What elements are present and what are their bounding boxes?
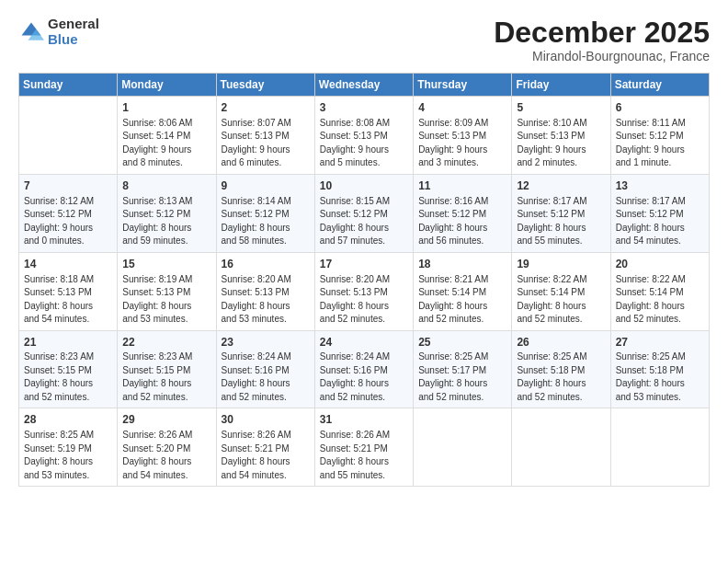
day-info: Sunrise: 8:16 AM Sunset: 5:12 PM Dayligh… <box>418 195 506 248</box>
calendar-cell: 11Sunrise: 8:16 AM Sunset: 5:12 PM Dayli… <box>414 174 512 252</box>
day-number: 17 <box>320 257 408 272</box>
day-info: Sunrise: 8:12 AM Sunset: 5:12 PM Dayligh… <box>24 195 112 248</box>
day-info: Sunrise: 8:24 AM Sunset: 5:16 PM Dayligh… <box>320 350 408 404</box>
page: General Blue December 2025 Mirandol-Bour… <box>0 0 728 563</box>
day-header-row: SundayMondayTuesdayWednesdayThursdayFrid… <box>19 74 710 97</box>
calendar-cell: 2Sunrise: 8:07 AM Sunset: 5:13 PM Daylig… <box>216 97 314 175</box>
day-number: 30 <box>222 412 310 428</box>
calendar-cell: 28Sunrise: 8:25 AM Sunset: 5:19 PM Dayli… <box>19 408 118 487</box>
calendar-header: SundayMondayTuesdayWednesdayThursdayFrid… <box>19 74 710 97</box>
calendar-cell <box>414 408 512 487</box>
calendar-table: SundayMondayTuesdayWednesdayThursdayFrid… <box>18 73 710 487</box>
day-number: 2 <box>222 100 310 116</box>
calendar-week-0: 1Sunrise: 8:06 AM Sunset: 5:14 PM Daylig… <box>19 97 710 175</box>
calendar-body: 1Sunrise: 8:06 AM Sunset: 5:14 PM Daylig… <box>19 97 710 487</box>
day-info: Sunrise: 8:20 AM Sunset: 5:13 PM Dayligh… <box>320 273 408 327</box>
day-number: 9 <box>222 178 310 194</box>
day-info: Sunrise: 8:17 AM Sunset: 5:12 PM Dayligh… <box>517 195 605 248</box>
day-number: 25 <box>418 335 506 350</box>
calendar-cell: 12Sunrise: 8:17 AM Sunset: 5:12 PM Dayli… <box>512 174 610 252</box>
day-number: 23 <box>222 335 310 350</box>
calendar-week-4: 28Sunrise: 8:25 AM Sunset: 5:19 PM Dayli… <box>19 408 710 487</box>
day-info: Sunrise: 8:22 AM Sunset: 5:14 PM Dayligh… <box>517 273 605 327</box>
logo-icon <box>18 19 44 45</box>
day-info: Sunrise: 8:25 AM Sunset: 5:18 PM Dayligh… <box>616 350 704 404</box>
calendar-cell: 8Sunrise: 8:13 AM Sunset: 5:12 PM Daylig… <box>118 174 216 252</box>
day-number: 22 <box>122 335 210 350</box>
day-info: Sunrise: 8:10 AM Sunset: 5:13 PM Dayligh… <box>517 117 605 170</box>
day-header-friday: Friday <box>512 74 610 97</box>
calendar-cell: 18Sunrise: 8:21 AM Sunset: 5:14 PM Dayli… <box>414 252 512 330</box>
calendar-cell: 31Sunrise: 8:26 AM Sunset: 5:21 PM Dayli… <box>314 408 413 487</box>
calendar-cell: 4Sunrise: 8:09 AM Sunset: 5:13 PM Daylig… <box>414 97 512 175</box>
day-number: 12 <box>517 178 605 194</box>
logo-general-text: General <box>48 17 99 32</box>
calendar-week-3: 21Sunrise: 8:23 AM Sunset: 5:15 PM Dayli… <box>19 330 710 408</box>
day-number: 20 <box>616 257 704 272</box>
day-number: 3 <box>320 100 408 116</box>
logo-blue-text: Blue <box>48 32 99 48</box>
day-number: 19 <box>517 257 605 272</box>
calendar-cell: 29Sunrise: 8:26 AM Sunset: 5:20 PM Dayli… <box>118 408 216 487</box>
calendar-week-1: 7Sunrise: 8:12 AM Sunset: 5:12 PM Daylig… <box>19 174 710 252</box>
calendar-cell: 9Sunrise: 8:14 AM Sunset: 5:12 PM Daylig… <box>216 174 314 252</box>
calendar-week-2: 14Sunrise: 8:18 AM Sunset: 5:13 PM Dayli… <box>19 252 710 330</box>
day-number: 4 <box>418 100 506 116</box>
calendar-cell: 17Sunrise: 8:20 AM Sunset: 5:13 PM Dayli… <box>314 252 413 330</box>
calendar-cell: 1Sunrise: 8:06 AM Sunset: 5:14 PM Daylig… <box>118 97 216 175</box>
day-number: 10 <box>320 178 408 194</box>
calendar-cell <box>610 408 709 487</box>
day-number: 21 <box>24 335 112 350</box>
calendar-cell: 26Sunrise: 8:25 AM Sunset: 5:18 PM Dayli… <box>512 330 610 408</box>
day-info: Sunrise: 8:26 AM Sunset: 5:21 PM Dayligh… <box>222 429 310 482</box>
day-info: Sunrise: 8:15 AM Sunset: 5:12 PM Dayligh… <box>320 195 408 248</box>
day-number: 24 <box>320 335 408 350</box>
day-header-sunday: Sunday <box>19 74 118 97</box>
header: General Blue December 2025 Mirandol-Bour… <box>18 17 710 63</box>
calendar-cell: 25Sunrise: 8:25 AM Sunset: 5:17 PM Dayli… <box>414 330 512 408</box>
day-number: 7 <box>24 178 112 194</box>
day-info: Sunrise: 8:08 AM Sunset: 5:13 PM Dayligh… <box>320 117 408 170</box>
day-header-thursday: Thursday <box>414 74 512 97</box>
day-info: Sunrise: 8:26 AM Sunset: 5:21 PM Dayligh… <box>320 429 408 482</box>
location-subtitle: Mirandol-Bourgnounac, France <box>494 49 710 63</box>
day-info: Sunrise: 8:07 AM Sunset: 5:13 PM Dayligh… <box>222 117 310 170</box>
calendar-cell: 7Sunrise: 8:12 AM Sunset: 5:12 PM Daylig… <box>19 174 118 252</box>
day-info: Sunrise: 8:23 AM Sunset: 5:15 PM Dayligh… <box>122 350 210 404</box>
day-number: 15 <box>122 257 210 272</box>
day-number: 8 <box>122 178 210 194</box>
day-info: Sunrise: 8:21 AM Sunset: 5:14 PM Dayligh… <box>418 273 506 327</box>
calendar-cell: 30Sunrise: 8:26 AM Sunset: 5:21 PM Dayli… <box>216 408 314 487</box>
day-info: Sunrise: 8:09 AM Sunset: 5:13 PM Dayligh… <box>418 117 506 170</box>
calendar-cell: 22Sunrise: 8:23 AM Sunset: 5:15 PM Dayli… <box>118 330 216 408</box>
day-header-tuesday: Tuesday <box>216 74 314 97</box>
calendar-cell: 6Sunrise: 8:11 AM Sunset: 5:12 PM Daylig… <box>610 97 709 175</box>
day-info: Sunrise: 8:14 AM Sunset: 5:12 PM Dayligh… <box>222 195 310 248</box>
day-number: 18 <box>418 257 506 272</box>
calendar-cell: 20Sunrise: 8:22 AM Sunset: 5:14 PM Dayli… <box>610 252 709 330</box>
calendar-cell: 13Sunrise: 8:17 AM Sunset: 5:12 PM Dayli… <box>610 174 709 252</box>
day-header-saturday: Saturday <box>610 74 709 97</box>
day-number: 1 <box>122 100 210 116</box>
day-info: Sunrise: 8:22 AM Sunset: 5:14 PM Dayligh… <box>616 273 704 327</box>
calendar-cell: 19Sunrise: 8:22 AM Sunset: 5:14 PM Dayli… <box>512 252 610 330</box>
day-info: Sunrise: 8:18 AM Sunset: 5:13 PM Dayligh… <box>24 273 112 327</box>
day-number: 29 <box>122 412 210 428</box>
calendar-cell: 27Sunrise: 8:25 AM Sunset: 5:18 PM Dayli… <box>610 330 709 408</box>
calendar-cell: 5Sunrise: 8:10 AM Sunset: 5:13 PM Daylig… <box>512 97 610 175</box>
logo-text: General Blue <box>48 17 99 47</box>
day-info: Sunrise: 8:06 AM Sunset: 5:14 PM Dayligh… <box>122 117 210 170</box>
calendar-cell: 21Sunrise: 8:23 AM Sunset: 5:15 PM Dayli… <box>19 330 118 408</box>
day-info: Sunrise: 8:23 AM Sunset: 5:15 PM Dayligh… <box>24 350 112 404</box>
day-info: Sunrise: 8:13 AM Sunset: 5:12 PM Dayligh… <box>122 195 210 248</box>
day-header-monday: Monday <box>118 74 216 97</box>
calendar-cell: 15Sunrise: 8:19 AM Sunset: 5:13 PM Dayli… <box>118 252 216 330</box>
day-info: Sunrise: 8:25 AM Sunset: 5:19 PM Dayligh… <box>24 429 112 482</box>
day-info: Sunrise: 8:25 AM Sunset: 5:18 PM Dayligh… <box>517 350 605 404</box>
day-info: Sunrise: 8:26 AM Sunset: 5:20 PM Dayligh… <box>122 429 210 482</box>
calendar-cell <box>512 408 610 487</box>
day-number: 13 <box>616 178 704 194</box>
day-number: 31 <box>320 412 408 428</box>
month-title: December 2025 <box>494 17 710 49</box>
day-number: 14 <box>24 257 112 272</box>
